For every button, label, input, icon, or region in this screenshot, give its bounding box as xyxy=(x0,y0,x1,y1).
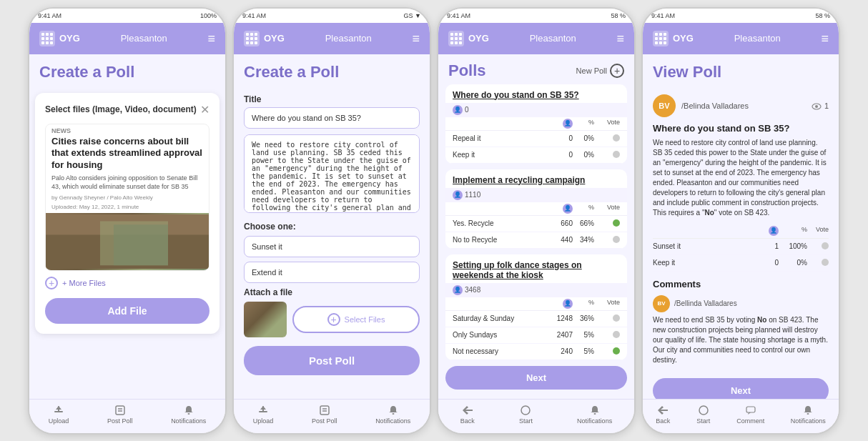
close-modal-button[interactable]: ✕ xyxy=(200,103,209,117)
polls-page-title: Polls xyxy=(448,61,486,80)
poll-description-textarea[interactable] xyxy=(244,134,420,213)
news-meta: by Gennady Sheyner / Palo Alto Weekly xyxy=(46,194,209,204)
poll-question-0[interactable]: Where do you stand on SB 35? xyxy=(445,84,627,103)
news-subtitle: Palo Alto considers joining opposition t… xyxy=(46,174,209,194)
poll-table-header-0: 👤 % Vote xyxy=(445,117,627,131)
poll-row-1-0: Yes. Recycle 660 66% xyxy=(445,216,627,232)
upload-icon xyxy=(51,405,66,416)
svg-marker-6 xyxy=(56,406,61,410)
status-signal-4: 58 % xyxy=(815,12,830,19)
title-field-label: Title xyxy=(244,94,420,104)
attach-thumb xyxy=(244,302,287,337)
poll-row-0-0: Repeal it 0 0% xyxy=(445,131,627,147)
comment-name-0: /Bellinda Valladares xyxy=(674,299,737,307)
view-poll-next-button[interactable]: Next xyxy=(653,378,829,399)
view-poll-body: BV /Belinda Valladares 1 Where do you st… xyxy=(643,87,839,399)
polls-next-button[interactable]: Next xyxy=(445,366,627,390)
poll-question-1[interactable]: Implement a recycling campaign xyxy=(445,169,627,188)
bottom-bar-2: Upload Post Poll Notifications xyxy=(234,399,430,433)
phone1-content: Create a Poll Select files (Image, Video… xyxy=(29,54,225,399)
choose-label: Choose one: xyxy=(244,222,420,232)
status-bar-2: 9:41 AM GS ▼ xyxy=(234,9,430,23)
modal-title: Select files (Image, Video, document) xyxy=(45,104,197,114)
bottom-upload-label: Upload xyxy=(49,417,69,425)
poll-question-2[interactable]: Setting up folk dance stages on weekends… xyxy=(445,254,627,283)
person-icon-2: 👤 xyxy=(453,285,463,295)
poll-title-input[interactable]: Where do you stand on SB 35? xyxy=(244,107,420,129)
new-poll-button[interactable]: New Poll + xyxy=(576,64,624,78)
view-dot-1 xyxy=(822,259,829,266)
bottom-back-3[interactable]: Back xyxy=(460,405,475,425)
status-signal-2: GS ▼ xyxy=(404,12,421,19)
post-poll-icon xyxy=(113,405,127,416)
svg-marker-13 xyxy=(260,406,266,410)
bottom-post-label-2: Post Poll xyxy=(312,417,337,425)
bottom-start-4[interactable]: Start xyxy=(696,405,711,425)
notifications-icon-4 xyxy=(801,405,815,416)
poll-row-2-1: Only Sundays 2407 5% xyxy=(445,327,627,344)
page-title-4: View Poll xyxy=(643,54,839,87)
view-count: 1 xyxy=(812,101,829,109)
bottom-bar-3: Back Start Notifications xyxy=(438,399,634,433)
news-card: News Cities raise concerns about bill th… xyxy=(45,124,209,271)
bottom-notif-2[interactable]: Notifications xyxy=(375,405,410,425)
person-icon-0: 👤 xyxy=(453,105,463,115)
poll-row-0-1: Keep it 0 0% xyxy=(445,147,627,164)
bottom-back-4[interactable]: Back xyxy=(656,405,670,425)
comments-section: Comments BV /Bellinda Valladares We need… xyxy=(653,279,829,365)
bottom-notif-3[interactable]: Notifications xyxy=(577,405,612,425)
comment-avatar-0: BV xyxy=(653,295,670,312)
bottom-bar-4: Back Start Comment Notifications xyxy=(643,399,839,433)
select-files-plus-icon: + xyxy=(327,313,340,326)
bottom-start-3[interactable]: Start xyxy=(518,405,533,425)
hamburger-menu-2[interactable]: ≡ xyxy=(412,32,420,45)
poll-count-2: 👤 3468 xyxy=(445,283,627,297)
status-bar-4: 9:41 AM 58 % xyxy=(643,9,839,23)
hamburger-menu-1[interactable]: ≡ xyxy=(207,32,215,45)
poll-count-1: 👤 1110 xyxy=(445,188,627,202)
dot-2-0 xyxy=(613,314,620,322)
poll-item-0: Where do you stand on SB 35? 👤 0 👤 % Vot… xyxy=(445,84,627,164)
bottom-post-poll-1[interactable]: Post Poll xyxy=(107,405,133,425)
svg-point-19 xyxy=(521,406,530,415)
comment-icon-4 xyxy=(744,405,758,416)
svg-rect-25 xyxy=(746,407,755,412)
oyg-logo-icon-1 xyxy=(39,31,55,46)
votes-header-icon-view: 👤 xyxy=(769,226,779,236)
nav-logo-1: OYG xyxy=(39,31,80,46)
phone-view-poll: 9:41 AM 58 % OYG Pleasanton ≡ View Poll … xyxy=(641,7,840,435)
bottom-comment-4[interactable]: Comment xyxy=(736,405,764,425)
more-files-btn[interactable]: + + More Files xyxy=(45,277,209,289)
phone3-content: Polls New Poll + Where do you stand on S… xyxy=(438,54,634,399)
bottom-upload-2[interactable]: Upload xyxy=(253,405,274,425)
add-file-button[interactable]: Add File xyxy=(45,298,209,324)
option1-input[interactable]: Sunset it xyxy=(244,236,420,257)
hamburger-menu-4[interactable]: ≡ xyxy=(821,32,829,45)
bottom-post-2[interactable]: Post Poll xyxy=(312,405,337,425)
news-image xyxy=(46,213,209,270)
bottom-upload[interactable]: Upload xyxy=(49,405,69,425)
bottom-notif-4[interactable]: Notifications xyxy=(791,405,826,425)
nav-bar-4: OYG Pleasanton ≡ xyxy=(643,23,839,54)
news-title: Cities raise concerns about bill that ex… xyxy=(46,134,209,175)
view-dot-0 xyxy=(822,242,829,249)
poll-row-1-1: No to Recycle 440 34% xyxy=(445,232,627,249)
nav-logo-2: OYG xyxy=(244,31,285,46)
post-poll-button[interactable]: Post Poll xyxy=(244,346,420,375)
notifications-icon-2 xyxy=(386,405,400,416)
svg-marker-23 xyxy=(658,406,668,415)
author-avatar: BV xyxy=(653,94,676,117)
view-poll-author-row: BV /Belinda Valladares 1 xyxy=(653,94,829,117)
hamburger-menu-3[interactable]: ≡ xyxy=(616,32,624,45)
bottom-notif-1[interactable]: Notifications xyxy=(171,405,206,425)
poll-item-2: Setting up folk dance stages on weekends… xyxy=(445,254,627,360)
bottom-post-label-1: Post Poll xyxy=(107,417,133,425)
select-files-button[interactable]: + Select Files xyxy=(292,306,420,333)
view-table-header: 👤 % Vote xyxy=(653,224,829,239)
back-icon-3 xyxy=(460,405,475,416)
comment-item-0: BV /Bellinda Valladares We need to end S… xyxy=(653,295,829,365)
option2-input[interactable]: Extend it xyxy=(244,262,420,283)
svg-point-24 xyxy=(699,406,708,415)
nav-logo-4: OYG xyxy=(653,31,694,46)
notifications-icon-1 xyxy=(182,405,196,416)
